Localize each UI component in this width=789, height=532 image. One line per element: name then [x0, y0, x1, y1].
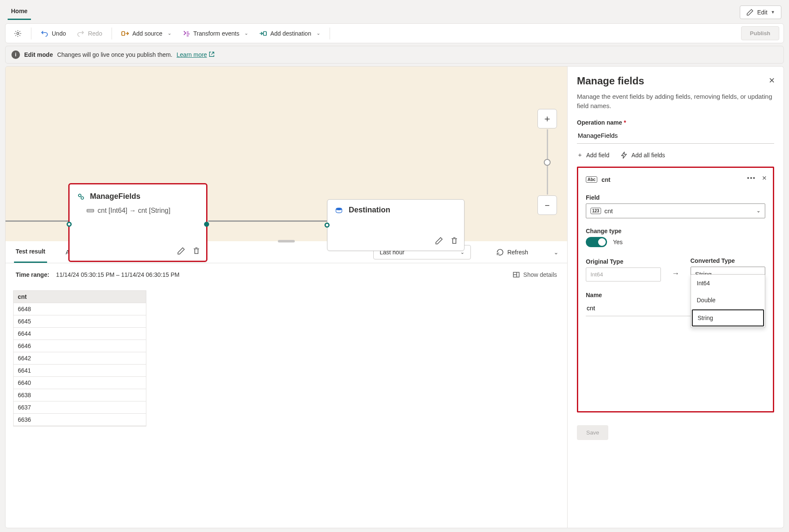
- edit-node-button[interactable]: [434, 235, 445, 246]
- dropdown-option[interactable]: String: [692, 309, 764, 326]
- manage-fields-icon: [77, 193, 85, 201]
- time-range-label: Time range:: [16, 271, 49, 278]
- original-type-label: Original Type: [586, 258, 661, 265]
- tab-home[interactable]: Home: [8, 4, 31, 20]
- svg-point-0: [17, 32, 19, 34]
- learn-more-label: Learn more: [176, 51, 207, 58]
- add-field-label: Add field: [586, 152, 609, 159]
- node-title: Destination: [349, 206, 390, 214]
- operation-name-label: Operation name *: [577, 119, 774, 126]
- settings-button[interactable]: [10, 27, 26, 40]
- edge: [208, 220, 327, 222]
- time-range-text: 11/14/24 05:30:15 PM – 11/14/24 06:30:15…: [56, 271, 179, 278]
- remove-field-button[interactable]: ✕: [762, 175, 767, 181]
- more-button[interactable]: •••: [747, 175, 756, 181]
- table-row[interactable]: 6638: [14, 389, 146, 401]
- original-type-input: [586, 267, 661, 281]
- toolbar: Undo Redo Add source ⌄ Transform events …: [5, 23, 784, 43]
- zoom-slider[interactable]: [547, 129, 548, 195]
- delete-node-button[interactable]: [449, 235, 460, 246]
- chevron-down-icon: ⌄: [756, 208, 761, 214]
- output-port[interactable]: [204, 222, 209, 227]
- field-select[interactable]: 123 cnt ⌄: [586, 203, 765, 218]
- chevron-down-icon: ▼: [771, 10, 775, 14]
- column-header[interactable]: cnt: [14, 291, 146, 303]
- edit-button[interactable]: Edit ▼: [740, 6, 781, 19]
- field-icon: [87, 207, 94, 214]
- table-row[interactable]: 6640: [14, 377, 146, 389]
- gear-icon: [14, 30, 22, 37]
- change-type-toggle[interactable]: [586, 237, 607, 247]
- panel-title: Manage fields: [577, 75, 774, 87]
- node-manage-fields[interactable]: ManageFields cnt [Int64] → cnt [String]: [68, 183, 207, 262]
- add-field-button[interactable]: ＋ Add field: [577, 151, 609, 159]
- node-destination[interactable]: Destination: [327, 199, 464, 251]
- svg-point-3: [78, 194, 81, 197]
- show-details-label: Show details: [523, 271, 557, 278]
- add-source-icon: [121, 30, 129, 37]
- field-mapping: cnt [Int64] → cnt [String]: [98, 207, 171, 214]
- learn-more-link[interactable]: Learn more: [176, 51, 215, 58]
- table-row[interactable]: 6645: [14, 315, 146, 328]
- arrow-icon: →: [669, 269, 682, 281]
- input-port[interactable]: [67, 222, 72, 227]
- delete-node-button[interactable]: [191, 245, 202, 256]
- canvas[interactable]: ManageFields cnt [Int64] → cnt [String]: [6, 67, 567, 241]
- tab-test-result[interactable]: Test result: [14, 241, 47, 263]
- transform-events-button[interactable]: Transform events ⌄: [178, 27, 252, 40]
- zoom-out-button[interactable]: －: [537, 195, 557, 215]
- side-panel: ✕ Manage fields Manage the event fields …: [568, 66, 784, 528]
- redo-button[interactable]: Redo: [73, 27, 106, 40]
- input-port[interactable]: [325, 223, 330, 228]
- number-type-icon: 123: [590, 208, 601, 214]
- converted-type-label: Converted Type: [691, 257, 766, 264]
- plus-icon: ＋: [577, 151, 583, 159]
- save-button[interactable]: Save: [577, 425, 608, 440]
- redo-label: Redo: [88, 30, 102, 37]
- close-button[interactable]: ✕: [769, 76, 775, 85]
- redo-icon: [77, 30, 84, 37]
- card-field-name: cnt: [602, 176, 610, 183]
- field-select-value: cnt: [604, 207, 613, 214]
- add-source-label: Add source: [132, 30, 162, 37]
- table-row[interactable]: 6636: [14, 414, 146, 426]
- publish-button[interactable]: Publish: [741, 26, 779, 40]
- add-source-button[interactable]: Add source ⌄: [117, 27, 176, 40]
- edit-node-button[interactable]: [176, 245, 187, 256]
- dropdown-option[interactable]: Double: [691, 292, 765, 309]
- resize-handle[interactable]: [278, 240, 295, 242]
- info-message: Changes will go live once you publish th…: [57, 51, 173, 58]
- expand-panel-button[interactable]: ⌄: [554, 249, 559, 256]
- table-row[interactable]: 6642: [14, 352, 146, 365]
- converted-type-dropdown: Int64DoubleString: [691, 274, 766, 328]
- refresh-label: Refresh: [507, 249, 528, 256]
- node-title: ManageFields: [90, 192, 140, 201]
- table-row[interactable]: 6641: [14, 365, 146, 377]
- table-row[interactable]: 6644: [14, 328, 146, 340]
- toggle-value: Yes: [613, 239, 623, 245]
- table-row[interactable]: 6646: [14, 340, 146, 352]
- zoom-in-button[interactable]: ＋: [537, 109, 557, 128]
- operation-name-input[interactable]: [577, 128, 774, 144]
- field-card: Abc cnt ••• ✕ Field 123 cnt ⌄: [577, 167, 774, 412]
- pencil-icon: [746, 8, 754, 16]
- svg-point-4: [81, 197, 84, 199]
- undo-button[interactable]: Undo: [36, 27, 70, 40]
- info-title: Edit mode: [24, 51, 53, 58]
- transform-icon: [182, 30, 190, 37]
- refresh-icon: [496, 248, 504, 256]
- svg-rect-2: [263, 31, 266, 35]
- destination-icon: [335, 206, 343, 214]
- add-dest-label: Add destination: [270, 30, 311, 37]
- table-row[interactable]: 6648: [14, 303, 146, 315]
- panel-subtitle: Manage the event fields by adding fields…: [577, 92, 774, 111]
- change-type-label: Change type: [586, 228, 765, 234]
- show-details-button[interactable]: Show details: [512, 271, 557, 279]
- refresh-button[interactable]: Refresh: [496, 248, 528, 256]
- table-row[interactable]: 6637: [14, 401, 146, 414]
- add-destination-button[interactable]: Add destination ⌄: [255, 27, 325, 40]
- chevron-down-icon: ⌄: [316, 31, 320, 36]
- chevron-down-icon: ⌄: [168, 31, 171, 36]
- add-all-fields-button[interactable]: Add all fields: [620, 151, 665, 159]
- dropdown-option[interactable]: Int64: [691, 275, 765, 292]
